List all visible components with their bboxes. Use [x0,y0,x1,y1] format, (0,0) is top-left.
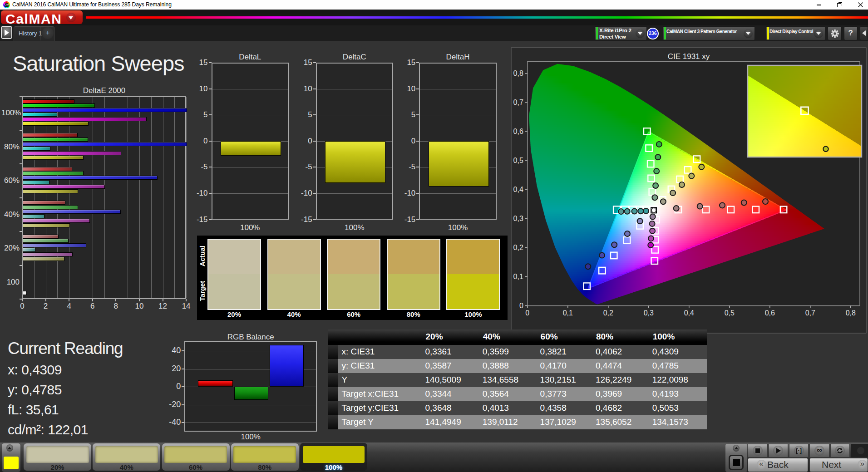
svg-text:0: 0 [519,302,523,310]
svg-text:0,7: 0,7 [805,309,815,317]
svg-text:CIE 1931 xy: CIE 1931 xy [668,52,710,61]
svg-text:0,7: 0,7 [513,98,523,106]
svg-text:0,4: 0,4 [513,186,523,193]
svg-text:0,8: 0,8 [513,69,523,77]
svg-text:0,1: 0,1 [513,273,523,280]
svg-text:0,5: 0,5 [513,157,523,164]
svg-text:0: 0 [525,309,529,317]
svg-text:0,2: 0,2 [513,244,523,251]
svg-text:0,2: 0,2 [603,309,613,317]
svg-text:0,8: 0,8 [846,309,856,317]
svg-text:0,6: 0,6 [765,309,775,317]
svg-text:0,3: 0,3 [513,215,523,222]
svg-text:0,4: 0,4 [684,309,694,317]
svg-text:0,5: 0,5 [725,309,735,317]
svg-text:0,1: 0,1 [563,309,573,317]
svg-text:0,3: 0,3 [644,309,654,317]
svg-text:0,6: 0,6 [513,128,523,135]
